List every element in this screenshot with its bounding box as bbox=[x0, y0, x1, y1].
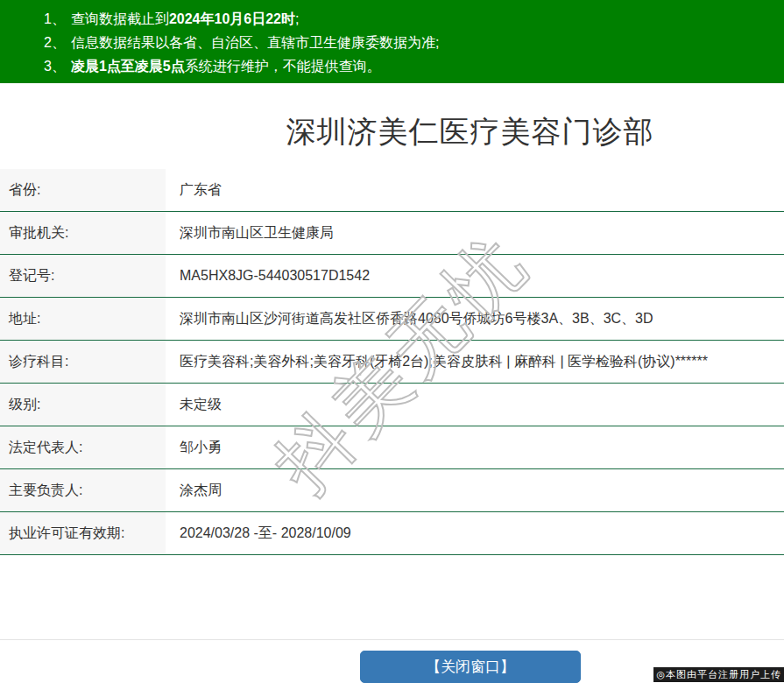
row-label: 省份: bbox=[0, 169, 166, 211]
notice-number: 1、 bbox=[44, 7, 66, 31]
close-window-button[interactable]: 【关闭窗口】 bbox=[360, 651, 581, 683]
table-row: 省份: 广东省 bbox=[0, 169, 784, 212]
table-row: 主要负责人: 涂杰周 bbox=[0, 469, 784, 512]
notice-text-bold: 凌晨1点至凌晨5点 bbox=[71, 59, 185, 74]
bottom-divider bbox=[0, 639, 784, 640]
table-row: 登记号: MA5HX8JG-544030517D1542 bbox=[0, 255, 784, 298]
notice-number: 2、 bbox=[44, 31, 66, 54]
notice-text: 查询数据截止到 bbox=[71, 11, 169, 26]
notice-banner: 1、查询数据截止到2024年10月6日22时; 2、信息数据结果以各省、自治区、… bbox=[0, 0, 784, 83]
row-value: 医疗美容科;美容外科;美容牙科(牙椅2台);美容皮肤科 | 麻醉科 | 医学检验… bbox=[166, 341, 784, 383]
table-row: 地址: 深圳市南山区沙河街道高发社区侨香路4080号侨城坊6号楼3A、3B、3C… bbox=[0, 298, 784, 341]
institution-info-table: 省份: 广东省 审批机关: 深圳市南山区卫生健康局 登记号: MA5HX8JG-… bbox=[0, 169, 784, 555]
row-value: MA5HX8JG-544030517D1542 bbox=[166, 255, 784, 297]
row-label: 地址: bbox=[0, 298, 166, 340]
upload-credit-label: ◎本图由平台注册用户上传 bbox=[653, 667, 784, 682]
row-value: 未定级 bbox=[166, 384, 784, 426]
table-row: 执业许可证有效期: 2024/03/28 -至- 2028/10/09 bbox=[0, 512, 784, 555]
row-label: 登记号: bbox=[0, 255, 166, 297]
notice-text: 系统进行维护，不能提供查询。 bbox=[185, 59, 381, 74]
row-value: 广东省 bbox=[166, 169, 784, 211]
table-row: 诊疗科目: 医疗美容科;美容外科;美容牙科(牙椅2台);美容皮肤科 | 麻醉科 … bbox=[0, 341, 784, 384]
table-row: 法定代表人: 邹小勇 bbox=[0, 426, 784, 469]
query-result-page: 1、查询数据截止到2024年10月6日22时; 2、信息数据结果以各省、自治区、… bbox=[0, 0, 784, 683]
table-row: 级别: 未定级 bbox=[0, 384, 784, 426]
page-title: 深圳济美仁医疗美容门诊部 bbox=[0, 83, 784, 152]
notice-number: 3、 bbox=[44, 54, 66, 78]
notice-text-bold: 2024年10月6日22时 bbox=[169, 11, 295, 26]
notice-line-1: 1、查询数据截止到2024年10月6日22时; bbox=[44, 7, 775, 31]
row-label: 主要负责人: bbox=[0, 469, 166, 511]
row-label: 级别: bbox=[0, 384, 166, 426]
row-value: 深圳市南山区沙河街道高发社区侨香路4080号侨城坊6号楼3A、3B、3C、3D bbox=[166, 298, 784, 340]
row-label: 诊疗科目: bbox=[0, 341, 166, 383]
row-value: 深圳市南山区卫生健康局 bbox=[166, 212, 784, 254]
row-label: 审批机关: bbox=[0, 212, 166, 254]
notice-text: ; bbox=[295, 11, 299, 26]
row-value: 涂杰周 bbox=[166, 469, 784, 511]
row-label: 法定代表人: bbox=[0, 426, 166, 468]
notice-text: 信息数据结果以各省、自治区、直辖市卫生健康委数据为准; bbox=[71, 35, 439, 50]
row-value: 2024/03/28 -至- 2028/10/09 bbox=[166, 512, 784, 554]
row-label: 执业许可证有效期: bbox=[0, 512, 166, 554]
notice-line-3: 3、凌晨1点至凌晨5点系统进行维护，不能提供查询。 bbox=[44, 54, 775, 78]
row-value: 邹小勇 bbox=[166, 426, 784, 468]
table-row: 审批机关: 深圳市南山区卫生健康局 bbox=[0, 212, 784, 255]
notice-line-2: 2、信息数据结果以各省、自治区、直辖市卫生健康委数据为准; bbox=[44, 31, 775, 54]
